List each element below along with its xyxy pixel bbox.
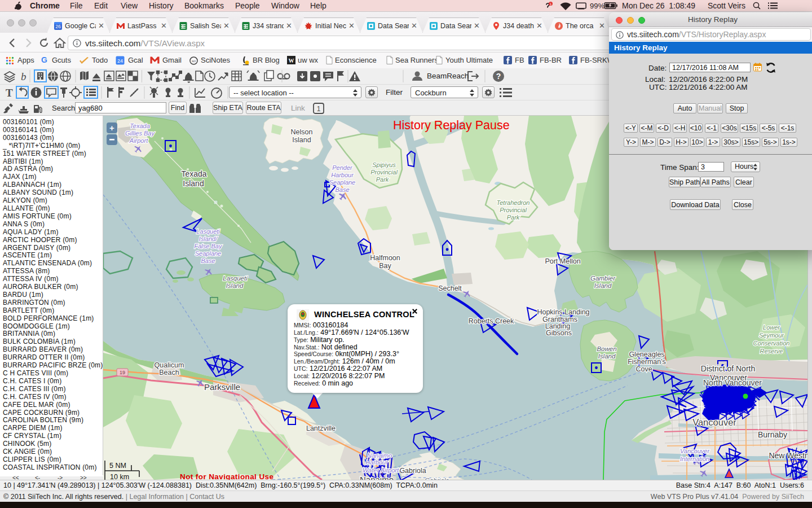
svg-text:Gibsons: Gibsons — [546, 329, 572, 337]
svg-text:b: b — [21, 71, 27, 82]
svg-text:Island: Island — [598, 353, 616, 360]
svg-text:Conservation: Conservation — [753, 340, 790, 347]
svg-text:New Westm: New Westm — [769, 451, 807, 460]
svg-text:Island: Island — [226, 282, 244, 289]
svg-text:Texada: Texada — [181, 169, 206, 178]
svg-text:Beach: Beach — [159, 369, 179, 376]
svg-text:Spipiyus: Spipiyus — [372, 161, 396, 168]
svg-text:19: 19 — [120, 370, 125, 375]
svg-text:Nanaimo: Nanaimo — [367, 452, 392, 459]
svg-text:10 km: 10 km — [110, 473, 129, 480]
svg-text:W: W — [289, 58, 294, 64]
svg-text:Island: Island — [292, 136, 311, 144]
svg-text:Park: Park — [507, 214, 520, 221]
svg-text:+: + — [109, 123, 114, 133]
svg-text:Bowen: Bowen — [597, 345, 616, 352]
svg-text:Island/: Island/ — [199, 235, 218, 242]
svg-text:Nanaimo: Nanaimo — [360, 475, 394, 480]
svg-text:?: ? — [496, 72, 501, 81]
svg-text:Seaplane: Seaplane — [329, 179, 356, 186]
svg-text:1: 1 — [317, 105, 321, 113]
svg-text:Base: Base — [201, 257, 215, 264]
svg-text:Lantzville: Lantzville — [306, 424, 336, 432]
svg-text:District of North: District of North — [701, 364, 755, 373]
svg-text:Parksville: Parksville — [204, 382, 240, 392]
svg-text:Nelson: Nelson — [291, 128, 313, 136]
svg-text:Vancouver: Vancouver — [680, 448, 710, 454]
svg-text:Fisherman's: Fisherman's — [628, 358, 666, 366]
svg-text:Seaplane: Seaplane — [195, 250, 222, 257]
svg-text:5 NM: 5 NM — [109, 462, 126, 470]
svg-text:Park: Park — [376, 176, 389, 183]
svg-text:Gillies Bay: Gillies Bay — [125, 130, 155, 137]
svg-text:T: T — [6, 87, 13, 99]
svg-text:Water Airport: Water Airport — [363, 467, 399, 474]
svg-text:Vancouver: Vancouver — [692, 417, 736, 427]
svg-text:Provincial: Provincial — [370, 169, 398, 176]
svg-text:Lasqueti: Lasqueti — [196, 228, 220, 235]
svg-text:1: 1 — [550, 2, 551, 6]
svg-text:Harbour: Harbour — [331, 172, 354, 178]
svg-text:Not for Navigational Use: Not for Navigational Use — [180, 472, 273, 480]
svg-text:26: 26 — [55, 24, 61, 29]
svg-text:Island: Island — [183, 179, 204, 188]
svg-text:Cove: Cove — [636, 365, 652, 373]
svg-text:Port Mellon: Port Mellon — [545, 257, 580, 265]
svg-text:Hopkins Landing: Hopkins Landing — [537, 308, 589, 316]
svg-text:Tetrahedron: Tetrahedron — [497, 199, 530, 206]
svg-text:Seymour: Seymour — [759, 332, 784, 339]
svg-text:False Bay: False Bay — [195, 243, 223, 249]
svg-text:24: 24 — [117, 58, 123, 64]
svg-text:Texada: Texada — [130, 122, 150, 129]
svg-text:North Vancouver: North Vancouver — [703, 378, 762, 387]
svg-text:Burnaby: Burnaby — [758, 430, 787, 439]
svg-text:Qualicum: Qualicum — [155, 361, 184, 369]
svg-text:Roberts Creek: Roberts Creek — [469, 317, 514, 325]
svg-text:Lasqueti: Lasqueti — [223, 275, 248, 282]
svg-text:Provincial: Provincial — [500, 207, 527, 213]
svg-text:Island: Island — [594, 282, 612, 289]
svg-text:Reserve: Reserve — [760, 348, 783, 354]
svg-text:Gabriola: Gabriola — [399, 467, 426, 475]
svg-text:sci: sci — [192, 59, 196, 63]
svg-text:Airport: Airport — [129, 137, 148, 144]
svg-text:Harbour: Harbour — [365, 459, 389, 466]
svg-text:Internation: Internation — [680, 456, 709, 462]
svg-text:Lower: Lower — [763, 324, 780, 331]
svg-text:Base: Base — [335, 186, 349, 193]
svg-text:Pender: Pender — [332, 164, 353, 171]
svg-text:Sechelt: Sechelt — [438, 284, 462, 292]
svg-text:Bay: Bay — [379, 262, 391, 270]
svg-text:History Replay Pause: History Replay Pause — [393, 119, 510, 132]
svg-text:Gambier: Gambier — [590, 275, 616, 282]
svg-text:Halfmoon: Halfmoon — [370, 254, 400, 262]
svg-text:Gleneagles: Gleneagles — [629, 351, 664, 358]
